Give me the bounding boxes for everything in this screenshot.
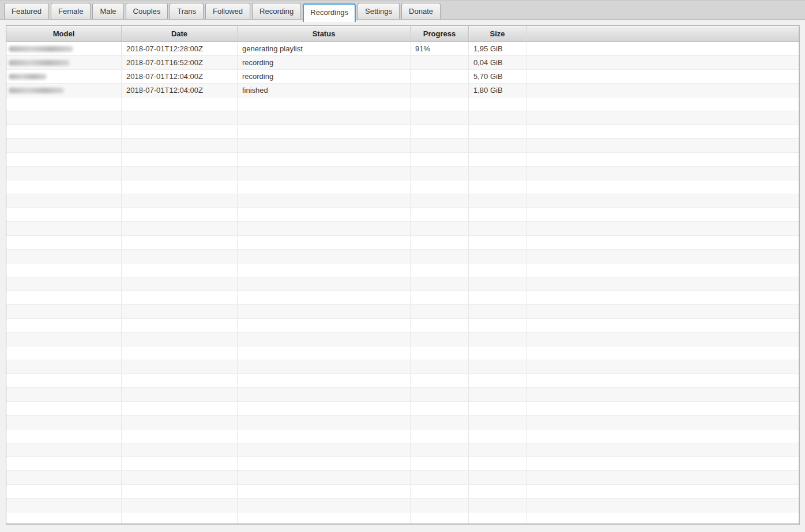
table-row-empty [6, 429, 799, 443]
cell-size: 5,70 GiB [469, 70, 526, 83]
table-cell-empty [122, 222, 238, 235]
table-cell-empty [6, 263, 122, 277]
table-cell-empty [411, 194, 469, 207]
tab-male[interactable]: Male [92, 3, 123, 19]
table-cell-empty [469, 111, 526, 124]
table-row-empty [6, 388, 799, 402]
column-header-date[interactable]: Date [122, 26, 238, 41]
table-cell-empty [411, 512, 469, 525]
table-cell-empty [238, 277, 411, 290]
table-cell-empty [6, 485, 122, 498]
table-cell-empty [238, 360, 411, 373]
table-cell-empty [238, 499, 411, 512]
table-cell-empty [238, 416, 411, 429]
table-cell-empty [122, 277, 238, 290]
tab-couples[interactable]: Couples [126, 3, 168, 19]
tab-recordings[interactable]: Recordings [303, 3, 356, 22]
table-cell-empty [526, 485, 799, 498]
table-cell-empty [526, 346, 799, 360]
table-cell-empty [6, 305, 122, 318]
redacted-model-name [9, 88, 64, 93]
table-row-empty [6, 416, 799, 429]
column-header-model[interactable]: Model [6, 26, 122, 41]
table-cell-empty [238, 457, 411, 470]
table-cell-empty [6, 139, 122, 152]
table-row-empty [6, 319, 799, 333]
table-cell-empty [238, 125, 411, 138]
table-cell-empty [526, 236, 799, 249]
table-cell-empty [526, 471, 799, 484]
table-cell-empty [469, 416, 526, 429]
table-cell-empty [6, 319, 122, 332]
cell-model [6, 56, 122, 69]
table-cell-empty [238, 429, 411, 443]
table-cell-empty [469, 208, 526, 221]
column-header-progress[interactable]: Progress [411, 26, 469, 41]
redacted-model-name [9, 46, 73, 52]
table-cell-empty [411, 97, 469, 111]
table-cell-empty [6, 222, 122, 235]
table-row-empty [6, 443, 799, 457]
table-cell-empty [469, 443, 526, 456]
table-cell-empty [411, 485, 469, 498]
cell-model [6, 84, 122, 97]
table-cell-empty [122, 360, 238, 373]
table-cell-empty [469, 277, 526, 290]
table-cell-empty [238, 388, 411, 401]
table-cell-empty [469, 360, 526, 373]
table-cell-empty [526, 305, 799, 318]
tab-featured[interactable]: Featured [4, 3, 49, 19]
cell-progress [411, 70, 469, 83]
table-cell-empty [6, 402, 122, 415]
table-cell-empty [526, 125, 799, 138]
table-cell-empty [6, 333, 122, 346]
table-cell-empty [6, 416, 122, 429]
table-cell-empty [411, 291, 469, 304]
table-cell-empty [526, 167, 799, 180]
table-cell-empty [122, 443, 238, 456]
table-cell-empty [526, 360, 799, 373]
table-row-empty [6, 512, 799, 525]
table-cell-empty [469, 457, 526, 470]
tab-female[interactable]: Female [51, 3, 91, 19]
table-cell-empty [238, 263, 411, 277]
table-cell-empty [238, 222, 411, 235]
table-cell-empty [6, 236, 122, 249]
table-cell-empty [411, 263, 469, 277]
table-cell-empty [411, 277, 469, 290]
table-cell-empty [469, 139, 526, 152]
table-cell-empty [122, 499, 238, 512]
tab-recording[interactable]: Recording [252, 3, 301, 19]
tab-settings[interactable]: Settings [358, 3, 400, 19]
table-cell-empty [469, 125, 526, 138]
table-cell-empty [238, 194, 411, 207]
table-cell-empty [469, 429, 526, 443]
table-cell-empty [238, 512, 411, 525]
table-row[interactable]: 2018-07-01T12:04:00Z recording 5,70 GiB [6, 70, 799, 84]
table-row[interactable]: 2018-07-01T12:04:00Z finished 1,80 GiB [6, 84, 799, 97]
column-header-status[interactable]: Status [238, 26, 411, 41]
tab-followed[interactable]: Followed [205, 3, 250, 19]
tab-trans[interactable]: Trans [170, 3, 204, 19]
table-cell-empty [526, 97, 799, 111]
column-header-size[interactable]: Size [469, 26, 526, 41]
table-cell-empty [6, 277, 122, 290]
table-row[interactable]: 2018-07-01T16:52:00Z recording 0,04 GiB [6, 56, 799, 70]
table-cell-empty [526, 512, 799, 525]
tab-donate[interactable]: Donate [401, 3, 441, 19]
table-cell-empty [411, 429, 469, 443]
cell-status: finished [238, 84, 411, 97]
table-cell-empty [469, 485, 526, 498]
table-cell-empty [411, 139, 469, 152]
table-cell-empty [469, 402, 526, 415]
cell-extra [526, 56, 799, 69]
cell-status: generating playlist [238, 42, 411, 55]
table-cell-empty [122, 333, 238, 346]
table-cell-empty [6, 194, 122, 207]
column-header-empty[interactable] [526, 26, 799, 41]
cell-extra [526, 84, 799, 97]
table-cell-empty [526, 180, 799, 194]
table-cell-empty [526, 319, 799, 332]
table-row-empty [6, 471, 799, 485]
table-row[interactable]: 2018-07-01T12:28:00Z generating playlist… [6, 42, 799, 56]
